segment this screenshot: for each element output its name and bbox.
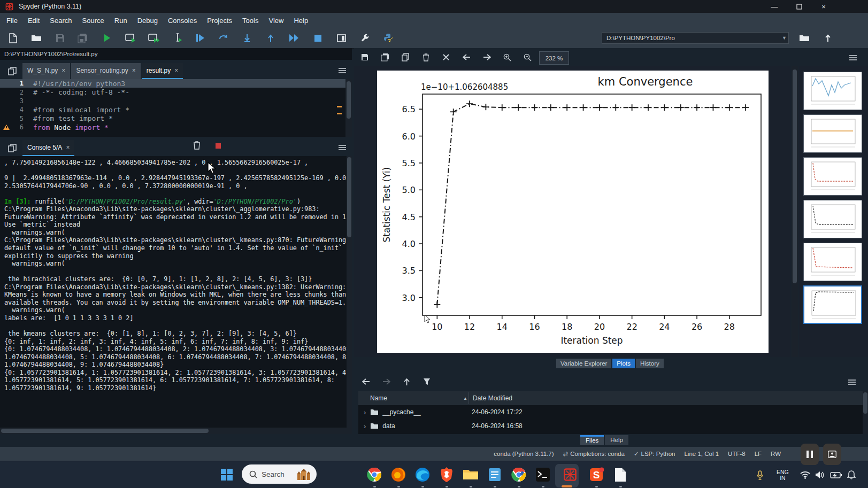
preferences-wrench-icon[interactable] <box>357 30 372 45</box>
run-cell-advance-icon[interactable] <box>147 30 162 45</box>
plot-thumbnail-rise-curve[interactable] <box>803 285 862 324</box>
run-icon[interactable] <box>99 30 114 45</box>
code-editor[interactable]: 1#!/usr/bin/env python32# -*- coding: ut… <box>0 79 352 137</box>
save-plot-icon[interactable] <box>357 50 372 65</box>
editor-options-menu-icon[interactable] <box>338 66 347 76</box>
tab-history[interactable]: History <box>636 359 664 368</box>
code-line[interactable]: 4#from simLocal import * <box>0 105 352 114</box>
taskbar-app-spyder-icon[interactable] <box>560 464 580 485</box>
run-cell-icon[interactable] <box>123 30 138 45</box>
microphone-icon[interactable] <box>756 461 764 488</box>
close-icon[interactable]: × <box>66 144 70 151</box>
browse-directory-icon[interactable] <box>797 30 812 45</box>
save-all-plots-icon[interactable] <box>378 50 393 65</box>
new-window-icon[interactable] <box>5 64 19 78</box>
taskbar-app-brave-icon[interactable] <box>436 464 457 485</box>
menu-file[interactable]: File <box>6 17 18 25</box>
taskbar-app-s-app-icon[interactable]: S <box>586 464 606 485</box>
menu-consoles[interactable]: Consoles <box>168 17 197 25</box>
previous-plot-icon[interactable] <box>459 50 474 65</box>
wifi-icon[interactable] <box>800 461 810 488</box>
start-button[interactable] <box>217 464 237 485</box>
code-line[interactable]: 2# -*- coding: utf-8 -*- <box>0 88 352 96</box>
open-file-icon[interactable] <box>29 30 44 45</box>
plot-thumbnail-decay-curve[interactable] <box>803 243 862 281</box>
back-icon[interactable] <box>358 374 373 389</box>
code-line[interactable]: 1#!/usr/bin/env python3 <box>0 79 352 88</box>
language-indicator[interactable]: ENGIN <box>777 461 789 488</box>
copy-plot-icon[interactable] <box>398 50 413 65</box>
continue-icon[interactable] <box>287 30 302 45</box>
taskbar-app-terminal-icon[interactable] <box>533 464 553 485</box>
column-name[interactable]: Name <box>370 394 387 402</box>
tab-help[interactable]: Help <box>605 435 628 445</box>
taskbar-app-notepad-icon[interactable] <box>485 464 505 485</box>
step-into-icon[interactable] <box>240 30 255 45</box>
taskbar-app-file-explorer-icon[interactable] <box>460 464 481 485</box>
zoom-out-icon[interactable] <box>520 50 535 65</box>
stop-icon[interactable] <box>310 30 325 45</box>
run-current-line-icon[interactable] <box>216 30 231 45</box>
interrupt-kernel-icon[interactable] <box>216 141 221 151</box>
plots-options-menu-icon[interactable] <box>849 53 857 63</box>
plot-thumbnail-decay-curve[interactable] <box>803 157 862 196</box>
working-directory-combobox[interactable]: D:\PYTHON\PY1002\Pro ▼ <box>602 32 789 44</box>
maximize-button[interactable] <box>787 0 811 13</box>
menu-run[interactable]: Run <box>114 17 127 25</box>
matplotlib-figure[interactable]: 101214161820222426283.03.54.04.55.05.56.… <box>377 71 769 353</box>
console-tab[interactable]: Console 5/A × <box>22 140 74 156</box>
menu-debug[interactable]: Debug <box>137 17 158 25</box>
next-plot-icon[interactable] <box>479 50 494 65</box>
filter-icon[interactable] <box>419 374 434 389</box>
step-return-icon[interactable] <box>263 30 278 45</box>
files-table-header[interactable]: Name ▲ Date Modified <box>358 391 864 405</box>
console-options-menu-icon[interactable] <box>338 143 347 153</box>
save-icon[interactable] <box>52 30 67 45</box>
console-scrollbar[interactable] <box>347 156 352 428</box>
zoom-in-icon[interactable] <box>500 50 514 65</box>
files-options-menu-icon[interactable] <box>848 378 856 388</box>
editor-tab-w_s_n-py[interactable]: W_S_N.py× <box>22 63 70 79</box>
expand-chevron-icon[interactable]: › <box>364 422 366 430</box>
overlay-pause-button[interactable] <box>801 444 819 465</box>
menu-edit[interactable]: Edit <box>28 17 40 25</box>
taskbar-app-firefox-icon[interactable] <box>388 464 409 485</box>
maximize-pane-icon[interactable] <box>334 30 349 45</box>
warning-mark[interactable] <box>337 113 342 114</box>
menu-source[interactable]: Source <box>82 17 104 25</box>
close-icon[interactable]: × <box>174 67 178 74</box>
files-scrollbar[interactable] <box>863 391 868 434</box>
menu-search[interactable]: Search <box>50 17 72 25</box>
plot-thumbnail-flat-line[interactable] <box>803 114 862 153</box>
ipython-console-output[interactable]: , 7.750149216856148e-122 , 4.46668503494… <box>0 156 347 428</box>
close-all-plots-icon[interactable] <box>439 50 454 65</box>
remove-variables-icon[interactable] <box>193 141 201 152</box>
new-file-icon[interactable] <box>5 30 20 45</box>
menu-tools[interactable]: Tools <box>242 17 258 25</box>
taskbar-app-edge-icon[interactable] <box>412 464 433 485</box>
pythonpath-icon[interactable] <box>381 30 396 45</box>
taskbar-app-chrome-profile-icon[interactable] <box>509 464 529 485</box>
close-icon[interactable]: × <box>62 67 65 74</box>
close-icon[interactable]: × <box>132 67 136 74</box>
overlay-snapshot-button[interactable] <box>823 444 841 465</box>
code-line[interactable]: 6from Node import * <box>0 123 352 131</box>
column-date-modified[interactable]: Date Modified <box>473 394 512 402</box>
run-selection-icon[interactable] <box>170 30 185 45</box>
tab-plots[interactable]: Plots <box>612 359 635 368</box>
editor-scrollbar[interactable] <box>345 79 352 137</box>
menu-view[interactable]: View <box>268 17 283 25</box>
expand-chevron-icon[interactable]: › <box>364 408 366 416</box>
remove-plot-icon[interactable] <box>418 50 433 65</box>
up-directory-icon[interactable] <box>399 374 414 389</box>
save-all-icon[interactable] <box>75 30 90 45</box>
plot-thumbnail-jagged-line[interactable] <box>803 72 862 110</box>
editor-tab-result-py[interactable]: result.py× <box>142 63 183 79</box>
plots-scrollbar[interactable] <box>792 66 798 357</box>
console-hscrollbar[interactable] <box>0 428 352 434</box>
minimize-button[interactable]: — <box>762 0 787 13</box>
notifications-bell-icon[interactable] <box>847 461 856 488</box>
volume-icon[interactable] <box>815 461 825 488</box>
taskbar-search[interactable]: Search <box>242 464 317 484</box>
tab-files[interactable]: Files <box>580 435 604 445</box>
